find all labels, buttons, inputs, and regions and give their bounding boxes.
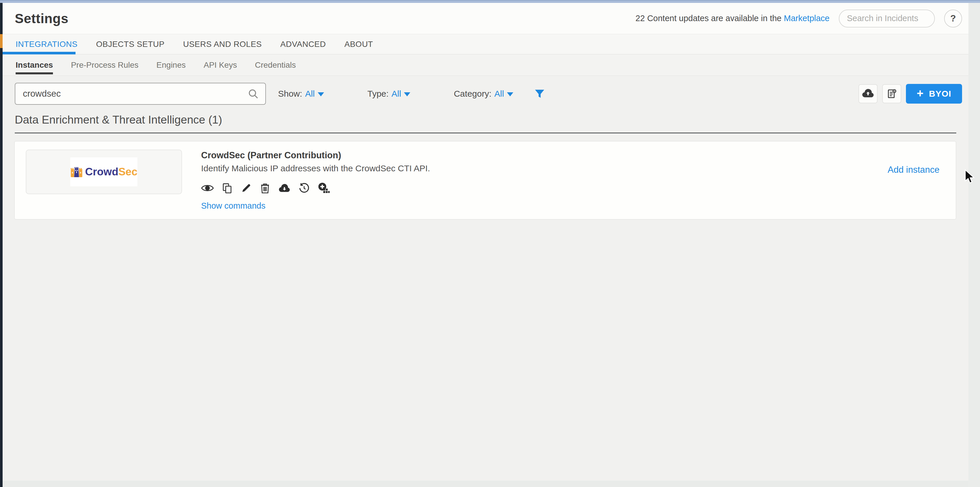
tab-objects-setup[interactable]: OBJECTS SETUP <box>96 40 165 49</box>
crowdsec-logo: CrowdSec <box>70 158 137 186</box>
restore-icon[interactable] <box>298 182 310 194</box>
tab-about[interactable]: ABOUT <box>344 40 373 49</box>
filter-right-actions: + BYOI <box>859 84 962 103</box>
help-button[interactable]: ? <box>944 10 962 27</box>
question-mark-icon: ? <box>950 13 956 24</box>
tab-advanced[interactable]: ADVANCED <box>280 40 326 49</box>
content-updates-notice: 22 Content updates are available in the … <box>635 14 830 23</box>
category-section-title: Data Enrichment & Threat Intelligence (1… <box>3 105 969 126</box>
integrations-subtabbar: Instances Pre-Process Rules Engines API … <box>3 54 969 76</box>
page-title: Settings <box>15 11 68 26</box>
show-filter[interactable]: Show: All <box>278 89 324 99</box>
subtab-credentials[interactable]: Credentials <box>255 56 296 74</box>
chevron-down-icon <box>318 92 324 96</box>
show-commands-link[interactable]: Show commands <box>201 201 265 211</box>
category-filter-label: Category: <box>454 89 491 99</box>
integrations-report-button[interactable] <box>882 84 901 103</box>
report-document-icon <box>886 88 897 100</box>
subtab-pre-process-rules[interactable]: Pre-Process Rules <box>71 56 138 74</box>
integration-title: CrowdSec (Partner Contribution) <box>201 150 430 161</box>
type-filter[interactable]: Type: All <box>368 89 410 99</box>
add-instance-link[interactable]: Add instance <box>888 165 940 175</box>
upload-integration-button[interactable] <box>859 84 878 103</box>
byoi-button-label: BYOI <box>929 89 951 99</box>
window-left-edge <box>0 3 3 487</box>
global-search-box[interactable] <box>839 10 935 27</box>
main-tabbar: INTEGRATIONS OBJECTS SETUP USERS AND ROL… <box>3 34 969 54</box>
show-filter-value: All <box>305 89 315 99</box>
filter-row: Show: All Type: All Category: All <box>3 76 969 105</box>
tab-users-and-roles[interactable]: USERS AND ROLES <box>183 40 262 49</box>
chevron-down-icon <box>507 92 513 96</box>
filter-funnel-icon[interactable] <box>533 88 546 100</box>
download-icon[interactable] <box>278 182 291 194</box>
content-updates-text: 22 Content updates are available in the <box>635 14 784 23</box>
page-header: Settings 22 Content updates are availabl… <box>3 3 969 34</box>
edit-icon[interactable] <box>240 182 252 194</box>
crowdsec-castle-icon <box>70 161 83 182</box>
bottom-band <box>3 481 969 487</box>
marketplace-link[interactable]: Marketplace <box>784 14 830 23</box>
category-filter-value: All <box>495 89 504 99</box>
section-divider <box>15 132 956 134</box>
integration-card-crowdsec: CrowdSec CrowdSec (Partner Contribution)… <box>14 141 956 220</box>
integration-search-input[interactable] <box>23 89 247 99</box>
type-filter-value: All <box>391 89 401 99</box>
integration-search-box[interactable] <box>15 83 266 105</box>
window-top-strip <box>0 0 980 3</box>
crowdsec-wordmark: CrowdSec <box>85 166 137 178</box>
left-edge-orange-marker <box>0 34 3 48</box>
delete-icon[interactable] <box>259 182 270 194</box>
search-icon <box>247 88 259 100</box>
show-filter-label: Show: <box>278 89 302 99</box>
global-search-input[interactable] <box>847 14 927 23</box>
add-instance-grid-icon[interactable] <box>317 182 330 194</box>
view-icon[interactable] <box>201 183 214 193</box>
integration-actions <box>201 182 430 194</box>
header-right-group: 22 Content updates are available in the … <box>635 10 962 27</box>
byoi-button[interactable]: + BYOI <box>906 84 962 103</box>
copy-icon[interactable] <box>221 182 233 194</box>
integration-logo-box: CrowdSec <box>26 150 182 194</box>
plus-icon: + <box>916 88 924 99</box>
chevron-down-icon <box>404 92 410 96</box>
cloud-upload-icon <box>862 88 874 100</box>
subtab-engines[interactable]: Engines <box>156 56 186 74</box>
type-filter-label: Type: <box>368 89 388 99</box>
scrollbar-gutter <box>969 3 980 487</box>
category-filter[interactable]: Category: All <box>454 89 513 99</box>
settings-page: Settings 22 Content updates are availabl… <box>3 3 969 487</box>
mouse-cursor <box>964 169 976 184</box>
subtab-instances[interactable]: Instances <box>16 56 53 74</box>
subtab-api-keys[interactable]: API Keys <box>204 56 237 74</box>
tab-integrations[interactable]: INTEGRATIONS <box>16 40 78 49</box>
integration-card-body: CrowdSec (Partner Contribution) Identify… <box>201 150 430 219</box>
integration-description: Identify Malicious IP addresses with the… <box>201 164 430 173</box>
active-tab-underline <box>3 52 76 54</box>
